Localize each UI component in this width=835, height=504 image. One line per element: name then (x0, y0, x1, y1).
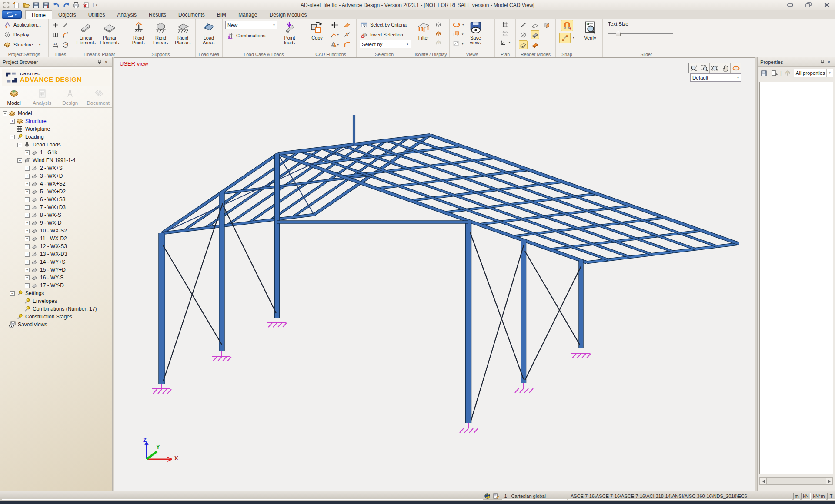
mirror-icon[interactable]: ▾ (330, 40, 339, 49)
tab-manage[interactable]: Manage (232, 10, 263, 19)
coordinate-system-button[interactable]: ▾ (499, 38, 512, 47)
zoom-in-out-icon[interactable] (689, 63, 699, 73)
tree-item-10-wx-s2[interactable]: +10 - WX-S2 (0, 227, 112, 235)
tree-item-envelopes[interactable]: Envelopes (0, 297, 112, 305)
tab-design-modules[interactable]: Design Modules (264, 10, 313, 19)
orbit-icon[interactable] (731, 63, 741, 73)
scroll-left-icon[interactable] (760, 478, 767, 484)
tree-item-combinations-number-17[interactable]: Combinations (Number: 17) (0, 305, 112, 313)
tree-item-11-wx-d2[interactable]: +11 - WX-D2 (0, 235, 112, 242)
tree-item-wind-en-1991-1-4[interactable]: −Wind EN 1991-1-4 (0, 156, 112, 164)
save-view-button[interactable]: Saveview▾ (466, 20, 485, 46)
property-filter-icon[interactable] (783, 69, 792, 77)
arc-icon[interactable] (61, 30, 70, 39)
save-all-button[interactable] (42, 1, 50, 9)
line-icon[interactable] (61, 20, 70, 29)
snap-points-button[interactable]: ▾ (558, 33, 576, 43)
linear-element-button[interactable]: LinearElement▾ (75, 20, 97, 46)
grid-settings-icon[interactable] (501, 29, 510, 38)
render-shaded-box-icon[interactable] (542, 20, 551, 29)
tree-item-9-wx-d[interactable]: +9 - WX-D (0, 219, 112, 227)
tree-item-8-wx-s[interactable]: +8 - WX-S (0, 211, 112, 219)
tab-home[interactable]: Home (25, 10, 52, 19)
close-file-button[interactable] (82, 1, 90, 9)
slider-thumb[interactable] (616, 31, 621, 36)
undo-button[interactable] (52, 1, 60, 9)
expander-plus-icon[interactable]: + (10, 119, 15, 124)
tree-item-settings[interactable]: −Settings (0, 289, 112, 297)
tree-item-16-wy-s[interactable]: +16 - WY-S (0, 274, 112, 282)
tree-item-2-wx-s[interactable]: +2 - WX+S (0, 164, 112, 172)
browser-tab-design[interactable]: Design (56, 89, 84, 106)
copy-button[interactable]: Copy (307, 20, 327, 40)
rotate-plane-icon[interactable] (343, 20, 351, 29)
expander-plus-icon[interactable]: + (25, 283, 30, 288)
application-menu-button[interactable]: ▾ (2, 10, 22, 19)
tree-item-workplane[interactable]: Workplane (0, 125, 112, 133)
browser-tab-model[interactable]: Model (0, 89, 28, 106)
expander-plus-icon[interactable]: + (25, 197, 30, 202)
load-case-select[interactable]: New ▾ (225, 21, 277, 29)
load-area-button[interactable]: LoadArea▾ (197, 20, 220, 46)
tree-item-loading[interactable]: −Loading (0, 133, 112, 141)
planar-element-button[interactable]: PlanarElement▾ (98, 20, 121, 46)
tree-item-structure[interactable]: +Structure (0, 117, 112, 125)
structure-settings-button[interactable]: Structure... ▾ (2, 40, 42, 50)
tree-item-dead-loads[interactable]: −Dead Loads (0, 141, 112, 149)
verify-button[interactable]: Verify (580, 20, 600, 40)
rigid-linear-support-button[interactable]: RigidLinear▾ (150, 20, 171, 46)
tab-results[interactable]: Results (143, 10, 172, 19)
expander-minus-icon[interactable]: − (10, 135, 15, 139)
filter-button[interactable]: Filter (414, 20, 433, 40)
show-all-icon[interactable] (434, 38, 443, 47)
text-size-slider[interactable] (608, 30, 673, 38)
expander-minus-icon[interactable]: − (3, 111, 7, 116)
minimize-button[interactable] (785, 1, 796, 9)
grid-icon[interactable] (51, 30, 60, 39)
export-properties-icon[interactable] (770, 69, 778, 77)
tree-item-12-wx-s3[interactable]: +12 - WX-S3 (0, 242, 112, 250)
view-cube-button[interactable]: ▾ (451, 30, 465, 39)
close-icon[interactable]: × (825, 59, 832, 65)
expander-plus-icon[interactable]: + (25, 221, 30, 225)
orbit-view-button[interactable]: ▾ (451, 20, 465, 29)
tree-item-4-wx-s2[interactable]: +4 - WX+S2 (0, 180, 112, 188)
expander-plus-icon[interactable]: + (25, 189, 30, 194)
tree-item-5-wx-d2[interactable]: +5 - WX+D2 (0, 188, 112, 196)
expander-minus-icon[interactable]: − (17, 143, 22, 147)
section-view-button[interactable]: ▾ (451, 39, 465, 48)
save-button[interactable] (32, 1, 40, 9)
tree-item-17-wy-d[interactable]: +17 - WY-D (0, 282, 112, 289)
zoom-extents-icon[interactable] (710, 63, 720, 73)
application-settings-button[interactable]: Application... (2, 20, 42, 30)
hide-elements-icon[interactable] (434, 29, 443, 38)
tab-objects[interactable]: Objects (52, 10, 82, 19)
move-icon[interactable] (330, 20, 339, 29)
render-textured-icon[interactable] (531, 40, 539, 49)
render-hidden-line-icon[interactable] (531, 20, 539, 29)
expander-plus-icon[interactable]: + (25, 268, 30, 272)
select-by-dropdown[interactable]: Select by ▾ (360, 40, 411, 48)
display-settings-button[interactable]: Display (2, 30, 42, 40)
expander-plus-icon[interactable]: + (25, 260, 30, 265)
tree-item-1-g1k[interactable]: +1 - G1k (0, 149, 112, 156)
snap-status-icon[interactable] (483, 492, 492, 500)
print-button[interactable] (72, 1, 80, 9)
expander-plus-icon[interactable]: + (25, 275, 30, 280)
snap-magnet-icon[interactable] (561, 20, 573, 31)
expander-plus-icon[interactable]: + (25, 182, 30, 186)
expander-plus-icon[interactable]: + (25, 166, 30, 171)
edit-mode-icon[interactable] (492, 492, 501, 500)
properties-filter-select[interactable]: All properties ▾ (794, 69, 833, 77)
pin-icon[interactable] (818, 59, 825, 65)
model-viewport[interactable]: USER view Default ▾ Z Y X (114, 57, 755, 491)
scroll-right-icon[interactable] (826, 478, 833, 484)
close-button[interactable] (821, 1, 832, 9)
view-preset-select[interactable]: Default ▾ (690, 73, 741, 82)
save-properties-icon[interactable] (759, 69, 768, 77)
properties-hscrollbar[interactable] (759, 477, 833, 485)
polyline-icon[interactable]: ▾ (330, 30, 339, 39)
pin-icon[interactable] (96, 59, 103, 65)
tree-item-model[interactable]: −Model (0, 109, 112, 117)
properties-content[interactable] (759, 82, 833, 474)
